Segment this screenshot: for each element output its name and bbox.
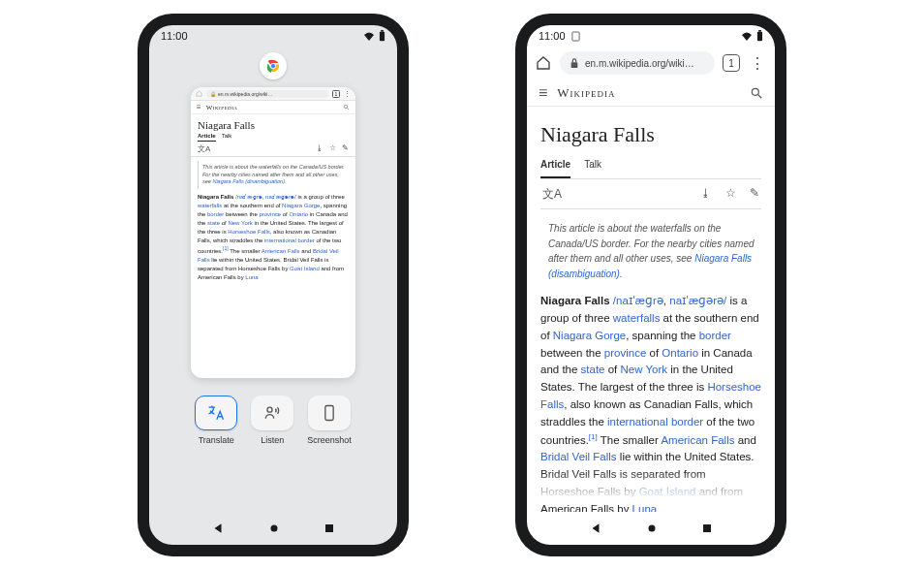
search-icon[interactable] [750, 86, 763, 100]
edit-icon[interactable]: ✎ [750, 185, 759, 204]
wiki-header: ≡ Wikipedia [527, 79, 775, 107]
svg-line-17 [758, 94, 762, 98]
nav-recents-icon[interactable] [701, 522, 713, 534]
translate-icon: 文A [198, 143, 210, 154]
screen: 11:00 🔒 [149, 25, 397, 545]
disambiguation-note: This article is about the waterfalls on … [540, 217, 761, 285]
search-icon [343, 104, 350, 111]
star-icon: ☆ [329, 143, 336, 154]
action-translate[interactable]: Translate [195, 396, 237, 445]
svg-point-5 [344, 105, 348, 109]
article-content[interactable]: Niagara Falls Article Talk 文A ⭳ ☆ ✎ This… [527, 107, 775, 512]
tab-count[interactable]: 1 [723, 54, 740, 72]
mini-tab-count: 1 [332, 90, 340, 98]
listen-icon [262, 403, 282, 423]
svg-rect-15 [571, 62, 578, 68]
article-body: Niagara Falls /naɪˈæɡrə, naɪˈæɡərə/ is a… [540, 293, 761, 512]
nav-bar [527, 512, 775, 545]
wiki-logo[interactable]: Wikipedia [557, 85, 615, 101]
kebab-icon: ⋮ [344, 90, 351, 98]
chrome-toolbar: en.m.wikipedia.org/wiki… 1 ⋮ [527, 47, 775, 79]
star-icon[interactable]: ☆ [725, 185, 736, 204]
card-icon [571, 31, 580, 42]
app-icon-chrome[interactable] [260, 52, 287, 79]
battery-icon [756, 30, 763, 42]
home-icon[interactable] [535, 54, 552, 72]
nav-home-icon[interactable] [267, 522, 281, 535]
wifi-icon [363, 31, 375, 41]
svg-rect-1 [381, 30, 384, 32]
tab-article[interactable]: Article [540, 157, 570, 178]
mini-title: Niagara Falls [191, 114, 355, 133]
nav-bar [149, 512, 397, 545]
recents-overview: 🔒en.m.wikipedia.org/wiki… 1 ⋮ ≡ Wikipedi… [149, 47, 397, 512]
action-label: Translate [199, 435, 234, 445]
translate-icon [206, 403, 226, 423]
mini-disambig: This article is about the waterfalls on … [198, 161, 349, 189]
clock: 11:00 [161, 30, 188, 42]
mini-body: Niagara Falls /naɪˈæɡrə, naɪˈæɡərə/ is a… [191, 193, 355, 282]
svg-rect-0 [380, 32, 385, 41]
phone-browser: 11:00 en.m.wikipedia.org/wiki… 1 ⋮ ≡ Wik… [515, 14, 786, 556]
recents-card[interactable]: 🔒en.m.wikipedia.org/wiki… 1 ⋮ ≡ Wikipedi… [191, 87, 355, 378]
clock: 11:00 [539, 30, 566, 42]
mini-tabs: Article Talk [191, 133, 355, 142]
hamburger-icon: ≡ [197, 103, 201, 111]
action-label: Screenshot [307, 435, 352, 445]
action-listen[interactable]: Listen [251, 396, 293, 445]
mini-url: 🔒en.m.wikipedia.org/wiki… [206, 90, 328, 98]
svg-line-6 [347, 108, 349, 110]
svg-rect-12 [571, 32, 578, 41]
download-icon: ⭳ [316, 143, 323, 154]
wiki-logo: Wikipedia [206, 104, 238, 111]
download-icon[interactable]: ⭳ [700, 185, 712, 204]
svg-rect-13 [757, 32, 762, 41]
svg-point-7 [267, 407, 272, 412]
kebab-icon[interactable]: ⋮ [748, 54, 767, 73]
tab-talk[interactable]: Talk [584, 157, 601, 178]
screenshot-icon [320, 403, 339, 423]
action-screenshot[interactable]: Screenshot [307, 396, 352, 445]
hamburger-icon[interactable]: ≡ [539, 84, 547, 102]
nav-back-icon[interactable] [589, 522, 602, 535]
url-text: en.m.wikipedia.org/wiki… [585, 58, 694, 69]
nav-recents-icon[interactable] [323, 522, 335, 534]
svg-rect-8 [325, 406, 333, 421]
nav-home-icon[interactable] [645, 522, 659, 535]
svg-rect-14 [758, 30, 761, 32]
nav-back-icon[interactable] [211, 522, 225, 535]
svg-rect-19 [703, 524, 711, 532]
overview-actions: Translate Listen Screenshot [195, 396, 352, 445]
article-tools: 文A ⭳ ☆ ✎ [540, 179, 761, 210]
lock-icon [570, 57, 579, 69]
svg-point-18 [649, 525, 656, 532]
mini-tab-article: Article [198, 133, 216, 142]
mini-wiki-header: ≡ Wikipedia [191, 101, 355, 114]
mini-tab-talk: Talk [222, 133, 232, 142]
action-label: Listen [261, 435, 284, 445]
mini-chrome-toolbar: 🔒en.m.wikipedia.org/wiki… 1 ⋮ [191, 87, 355, 101]
mini-tools: 文A ⭳ ☆ ✎ [191, 142, 355, 157]
svg-point-16 [752, 88, 758, 95]
svg-rect-11 [325, 524, 333, 532]
status-bar: 11:00 [527, 25, 775, 47]
home-icon [196, 90, 202, 97]
translate-icon[interactable]: 文A [542, 185, 562, 204]
wifi-icon [741, 31, 753, 41]
screen: 11:00 en.m.wikipedia.org/wiki… 1 ⋮ ≡ Wik… [527, 25, 775, 545]
article-tabs: Article Talk [540, 157, 761, 179]
url-bar[interactable]: en.m.wikipedia.org/wiki… [560, 51, 715, 75]
status-bar: 11:00 [149, 25, 397, 47]
page-title: Niagara Falls [540, 118, 761, 151]
svg-point-10 [271, 525, 278, 532]
battery-icon [379, 30, 385, 42]
edit-icon: ✎ [342, 143, 349, 154]
phone-overview: 11:00 🔒 [138, 14, 409, 556]
chrome-icon [264, 57, 282, 75]
